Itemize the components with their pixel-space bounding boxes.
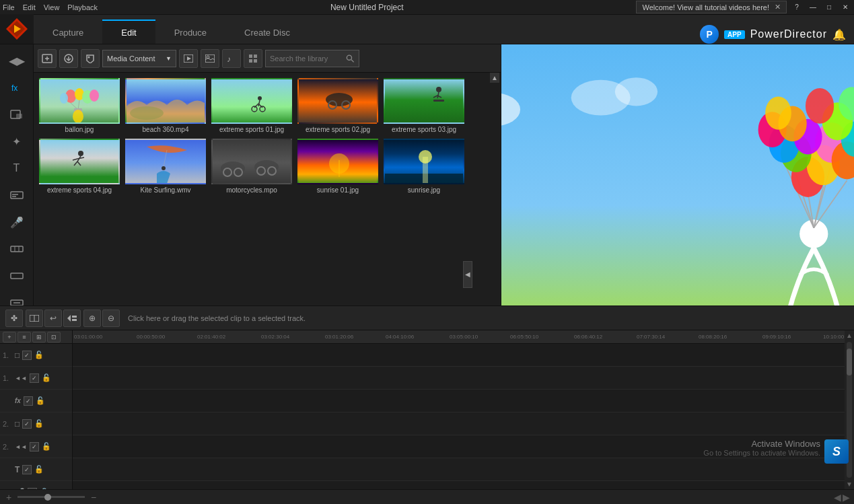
tab-create-disc[interactable]: Create Disc xyxy=(225,20,309,44)
zoom-in-button[interactable]: + xyxy=(3,491,15,503)
tab-capture[interactable]: Capture xyxy=(34,20,102,44)
sidebar-pip-icon[interactable] xyxy=(5,102,29,127)
media-item-kite[interactable]: Kite Surfing.wmv xyxy=(125,139,206,194)
track-zoom-button[interactable]: ⊞ xyxy=(32,332,46,343)
media-item-beach[interactable]: 360 beach 360.mp4 xyxy=(125,78,206,133)
sidebar-chap-icon[interactable] xyxy=(5,264,29,288)
track-fit-button[interactable]: ⊡ xyxy=(47,332,61,343)
media-item-extreme4[interactable]: extreme sports 04.jpg xyxy=(39,139,120,194)
panel-collapse-button[interactable]: ◀ xyxy=(463,261,472,288)
sidebar-fx-icon[interactable]: fx xyxy=(5,75,29,100)
track-lock-2a[interactable]: 🔓 xyxy=(42,442,51,452)
download-button[interactable] xyxy=(59,49,78,68)
menu-view[interactable]: View xyxy=(44,3,60,11)
track-lock-1a[interactable]: 🔓 xyxy=(42,373,51,383)
menu-edit[interactable]: Edit xyxy=(23,3,36,11)
svg-point-57 xyxy=(436,87,441,92)
import-button[interactable] xyxy=(38,49,57,68)
track-lane-audio1[interactable] xyxy=(73,367,845,390)
track-settings-button[interactable]: ≡ xyxy=(17,332,31,343)
media-item-extreme2[interactable]: extreme sports 02.jpg xyxy=(297,78,378,133)
grid-scroll-up[interactable]: ▲ xyxy=(490,73,499,83)
timeline-ruler: 03:01:00:00 00:00:50:00 02:01:40:02 03:0… xyxy=(73,330,845,344)
scroll-up-button[interactable]: ▲ xyxy=(845,330,854,340)
media-item-ballon[interactable]: ballon.jpg xyxy=(39,78,120,133)
track-lock-fx[interactable]: 🔓 xyxy=(36,396,45,406)
tab-edit[interactable]: Edit xyxy=(102,20,155,44)
track-icon-video2: □ xyxy=(15,419,20,429)
track-check-1[interactable] xyxy=(22,351,32,360)
search-bar[interactable] xyxy=(265,50,359,67)
sidebar-particle-icon[interactable]: ✦ xyxy=(5,129,29,153)
zoom-out-button[interactable]: − xyxy=(87,491,100,503)
track-row-audio2: 2. ◄◄ 🔓 xyxy=(0,435,72,458)
timeline-zoom-out[interactable]: ⊖ xyxy=(102,310,120,327)
help-button[interactable]: ? xyxy=(791,1,803,13)
timeline-snap-button[interactable]: ✤ xyxy=(5,310,23,327)
track-check-2a[interactable] xyxy=(30,442,39,452)
sidebar-color-icon[interactable] xyxy=(5,237,29,261)
notification-icon[interactable]: 🔔 xyxy=(832,28,846,41)
zoom-scroll-right[interactable]: ▶ xyxy=(843,492,850,503)
sidebar-text-icon[interactable]: T xyxy=(5,156,29,180)
svg-rect-62 xyxy=(40,140,120,184)
sidebar-toggle-icon[interactable]: ◀▶ xyxy=(5,48,29,73)
media-item-extreme1[interactable]: extreme sports 01.jpg xyxy=(211,78,292,133)
timeline-view-btn-1[interactable] xyxy=(26,310,43,327)
close-button[interactable]: ✕ xyxy=(839,1,851,13)
tab-produce[interactable]: Produce xyxy=(155,20,225,44)
track-check-2[interactable] xyxy=(22,419,32,429)
track-num-1a: 1. xyxy=(3,374,12,382)
svg-line-32 xyxy=(352,59,355,62)
search-input[interactable] xyxy=(270,55,346,63)
minimize-button[interactable]: — xyxy=(807,1,819,13)
svg-rect-5 xyxy=(16,114,22,118)
timeline-view-btn-3[interactable] xyxy=(63,310,81,327)
audio-view-button[interactable]: ♪ xyxy=(222,49,241,68)
track-lock-t[interactable]: 🔓 xyxy=(34,465,44,474)
track-lane-text[interactable] xyxy=(73,458,845,481)
svg-point-21 xyxy=(88,56,90,58)
video-view-button[interactable] xyxy=(179,49,198,68)
activate-windows-title: Activate Windows xyxy=(703,439,820,449)
svg-rect-45 xyxy=(213,79,292,124)
maximize-button[interactable]: □ xyxy=(823,1,835,13)
track-check-t[interactable] xyxy=(22,465,32,474)
tutorial-close-icon[interactable]: ✕ xyxy=(775,3,781,11)
media-toolbar: Media Content ▼ ♪ xyxy=(34,44,501,73)
menu-file[interactable]: File xyxy=(3,3,15,11)
scroll-thumb[interactable] xyxy=(847,349,852,375)
track-lane-video1[interactable] xyxy=(73,344,845,367)
media-item-sunrise1[interactable]: sunrise 01.jpg xyxy=(297,139,378,194)
add-track-button[interactable]: + xyxy=(3,332,16,343)
menu-playback[interactable]: Playback xyxy=(67,3,98,11)
timeline-view-btn-2[interactable]: ↩ xyxy=(44,310,62,327)
app-badge: APP xyxy=(724,30,745,39)
media-content-dropdown[interactable]: Media Content ▼ xyxy=(102,50,176,67)
svg-rect-72 xyxy=(213,140,292,184)
sidebar-subtitle-icon[interactable] xyxy=(5,183,29,207)
image-view-button[interactable] xyxy=(201,49,219,68)
media-item-extreme3[interactable]: extreme sports 03.jpg xyxy=(384,78,464,133)
timeline-tracks[interactable]: 03:01:00:00 00:00:50:00 02:01:40:02 03:0… xyxy=(73,330,845,489)
zoom-scroll-left[interactable]: ◀ xyxy=(834,492,841,503)
grid-view-button[interactable] xyxy=(244,49,262,68)
zoom-slider-thumb[interactable] xyxy=(44,494,51,501)
ruler-tick-12: 10:10:00:16 xyxy=(823,334,845,340)
track-lane-video2[interactable] xyxy=(73,412,845,435)
ruler-tick-9: 07:07:30:14 xyxy=(637,334,665,340)
track-lock-1[interactable]: 🔓 xyxy=(34,351,44,360)
sidebar-audio-icon[interactable]: 🎤 xyxy=(5,210,29,234)
tag-button[interactable] xyxy=(81,49,100,68)
track-lock-2[interactable]: 🔓 xyxy=(34,419,44,429)
tutorial-bar[interactable]: Welcome! View all tutorial videos here! … xyxy=(636,1,787,13)
zoom-slider[interactable] xyxy=(17,496,85,498)
track-lane-fx[interactable] xyxy=(73,390,845,412)
media-item-motorcycles[interactable]: 3D motorcycles.mpo xyxy=(211,139,292,194)
track-check-1a[interactable] xyxy=(30,373,39,383)
scroll-down-button[interactable]: ▼ xyxy=(845,479,854,489)
track-lane-voice[interactable] xyxy=(73,481,845,489)
track-check-fx[interactable] xyxy=(24,396,33,406)
media-item-sunrise[interactable]: sunrise.jpg xyxy=(384,139,464,194)
timeline-zoom-in[interactable]: ⊕ xyxy=(83,310,101,327)
